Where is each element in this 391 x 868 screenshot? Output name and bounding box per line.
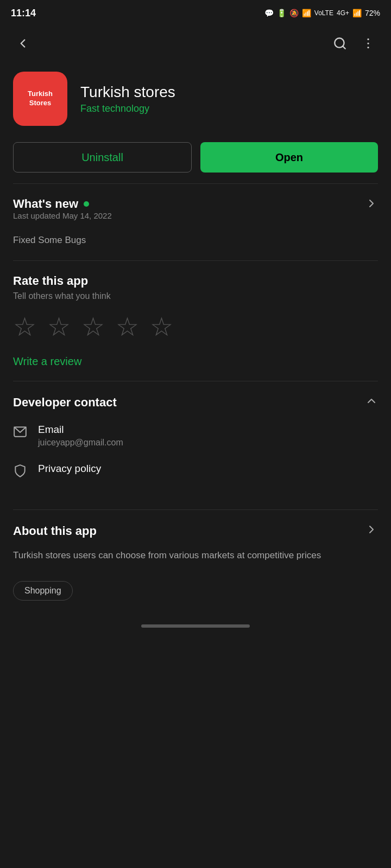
- app-header: Turkish Stores Turkish stores Fast techn…: [0, 61, 391, 137]
- svg-point-4: [367, 47, 369, 48]
- stars-row: ☆ ☆ ☆ ☆ ☆: [13, 314, 378, 340]
- rate-app-subtitle: Tell others what you think: [13, 291, 378, 301]
- privacy-policy-item[interactable]: Privacy policy: [13, 463, 378, 481]
- status-bar: 11:14 💬 🔋 🔕 📶 VoLTE 4G+ 📶 72%: [0, 0, 391, 26]
- shield-icon: [13, 464, 27, 481]
- top-nav: [0, 26, 391, 61]
- rate-app-title: Rate this app: [13, 274, 378, 288]
- about-app-description: Turkish stores users can choose from var…: [13, 548, 378, 563]
- star-1[interactable]: ☆: [13, 314, 36, 340]
- about-app-arrow[interactable]: [365, 523, 378, 539]
- signal2-icon: 📶: [352, 9, 362, 17]
- battery-save-icon: 🔋: [277, 9, 286, 17]
- email-label: Email: [38, 424, 123, 436]
- bottom-nav-bar: [141, 624, 250, 628]
- about-app-title: About this app: [13, 524, 97, 538]
- star-5[interactable]: ☆: [150, 314, 173, 340]
- bottom-tag-row: Shopping: [0, 576, 391, 614]
- email-item[interactable]: Email juiceyapp@gmail.com: [13, 424, 378, 448]
- developer-contact-chevron[interactable]: [365, 394, 378, 411]
- svg-line-1: [343, 46, 345, 49]
- app-name: Turkish stores: [80, 84, 378, 101]
- shopping-tag[interactable]: Shopping: [13, 581, 73, 601]
- battery-percent: 72%: [365, 9, 380, 17]
- about-app-header: About this app: [13, 523, 378, 539]
- svg-point-3: [367, 42, 369, 44]
- whats-new-title: What's new: [13, 197, 78, 211]
- privacy-policy-label: Privacy policy: [38, 463, 101, 475]
- last-updated-text: Last updated May 14, 2022: [13, 211, 112, 220]
- status-time: 11:14: [11, 8, 36, 19]
- signal-icon: 📶: [302, 9, 311, 17]
- open-button[interactable]: Open: [200, 142, 378, 173]
- whats-new-title-row: What's new: [13, 197, 112, 211]
- whats-new-content: Fixed Some Bugs: [13, 233, 378, 247]
- new-indicator-dot: [84, 201, 89, 207]
- volte-icon: VoLTE: [314, 9, 333, 17]
- rate-app-section: Rate this app Tell others what you think…: [0, 261, 391, 381]
- search-button[interactable]: [328, 31, 352, 55]
- write-review-link[interactable]: Write a review: [13, 355, 378, 368]
- more-options-button[interactable]: [356, 31, 380, 55]
- email-value: juiceyapp@gmail.com: [38, 438, 123, 448]
- whats-new-arrow[interactable]: [365, 197, 378, 213]
- whats-new-header: What's new Last updated May 14, 2022: [13, 197, 378, 229]
- app-info: Turkish stores Fast technology: [80, 84, 378, 114]
- whatsapp-icon: 💬: [264, 9, 274, 17]
- svg-point-2: [367, 39, 369, 40]
- privacy-policy-content: Privacy policy: [38, 463, 101, 477]
- action-buttons: Uninstall Open: [0, 137, 391, 183]
- developer-contact-header: Developer contact: [13, 394, 378, 411]
- lte-icon: 4G+: [337, 9, 349, 17]
- uninstall-button[interactable]: Uninstall: [13, 142, 192, 173]
- nav-right-icons: [328, 31, 380, 55]
- mute-icon: 🔕: [289, 9, 299, 17]
- email-icon: [13, 425, 27, 442]
- back-button[interactable]: [11, 31, 35, 55]
- developer-contact-title: Developer contact: [13, 395, 117, 410]
- star-2[interactable]: ☆: [47, 314, 71, 340]
- developer-contact-section: Developer contact Email juiceyapp@gmail.…: [0, 381, 391, 509]
- status-icons: 💬 🔋 🔕 📶 VoLTE 4G+ 📶 72%: [264, 9, 380, 17]
- star-3[interactable]: ☆: [81, 314, 105, 340]
- star-4[interactable]: ☆: [116, 314, 139, 340]
- app-developer: Fast technology: [80, 103, 378, 114]
- about-app-section: About this app Turkish stores users can …: [0, 510, 391, 576]
- app-icon: Turkish Stores: [13, 72, 67, 126]
- email-content: Email juiceyapp@gmail.com: [38, 424, 123, 448]
- whats-new-section: What's new Last updated May 14, 2022 Fix…: [0, 184, 391, 260]
